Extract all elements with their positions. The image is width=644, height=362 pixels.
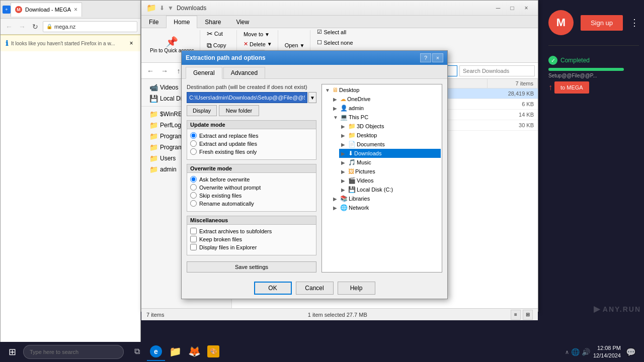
clock-date: 12/14/2024	[593, 352, 621, 359]
completed-check-icon: ✓	[548, 56, 557, 65]
tree-folder-icon: ⬇	[348, 150, 353, 157]
taskbar-app-taskview[interactable]: ⧉	[128, 343, 146, 361]
dest-path-input[interactable]	[187, 92, 307, 103]
misc-section: Miscellaneous Extract archives to subfol…	[187, 216, 316, 255]
tree-folder-icon: 🎬	[348, 177, 356, 184]
tree-item-pictures[interactable]: ▶ 🖼 Pictures	[339, 167, 441, 176]
completed-badge: ✓ Completed	[548, 56, 639, 65]
dialog-tab-general[interactable]: General	[186, 67, 222, 79]
dialog-tab-advanced[interactable]: Advanced	[223, 67, 265, 78]
new-folder-btn[interactable]: New folder	[219, 105, 259, 116]
clock-time: 12:08 PM	[593, 344, 621, 352]
tree-expand-icon: ▶	[341, 169, 347, 174]
overwrite-without[interactable]: Overwrite without prompt	[190, 184, 313, 191]
tree-expand-icon: ▶	[341, 187, 347, 193]
overwrite-radio-2[interactable]	[190, 184, 197, 191]
tree-item-libraries[interactable]: ▶ 📚 Libraries	[331, 194, 441, 203]
ok-btn[interactable]: OK	[254, 282, 292, 295]
tree-label: Pictures	[355, 168, 375, 174]
update-radio-3[interactable]	[190, 148, 197, 155]
misc-checkbox-1[interactable]	[190, 228, 197, 234]
tree-item-desktop[interactable]: ▼ 🖥 Desktop	[323, 85, 441, 95]
misc-subfolders[interactable]: Extract archives to subfolders	[190, 228, 313, 234]
tree-item-network[interactable]: ▶ 🌐 Network	[331, 203, 441, 212]
tree-item-desktop2[interactable]: ▶ 📁 Desktop	[339, 131, 441, 140]
tree-label: Downloads	[354, 150, 381, 156]
update-label-2: Extract and update files	[199, 141, 257, 147]
taskbar-app-colorapp[interactable]: 🎨	[204, 343, 222, 361]
clock[interactable]: 12:08 PM 12/14/2024	[593, 344, 621, 360]
dialog-tree-panel: ▼ 🖥 Desktop ▶ ☁ OneDrive ▶	[321, 84, 442, 273]
tree-item-3d[interactable]: ▶ 📁 3D Objects	[339, 122, 441, 131]
overwrite-skip[interactable]: Skip existing files	[190, 192, 313, 199]
dialog-left-panel: Destination path (will be created if doe…	[187, 84, 316, 273]
mega-divider	[548, 45, 639, 46]
completed-text: Completed	[560, 57, 590, 64]
tray-expand[interactable]: ∧	[565, 349, 569, 355]
tree-item-documents[interactable]: ▶ 📄 Documents	[339, 140, 441, 149]
to-mega-btn[interactable]: to MEGA	[554, 81, 589, 94]
tree-item-this-pc[interactable]: ▼ 💻 This PC	[331, 113, 441, 122]
tree-folder-icon: 💻	[340, 114, 348, 121]
tree-label: admin	[349, 105, 364, 111]
tree-expand-icon: ▶	[333, 106, 339, 111]
misc-display-explorer[interactable]: Display files in Explorer	[190, 244, 313, 250]
firefox-icon: 🦊	[188, 345, 201, 357]
update-fresh-only[interactable]: Fresh existing files only	[190, 148, 313, 155]
taskbar-search[interactable]	[23, 345, 124, 359]
cancel-btn[interactable]: Cancel	[296, 282, 334, 295]
dest-action-btns: Display New folder	[187, 105, 316, 116]
overwrite-radio-3[interactable]	[190, 192, 197, 199]
taskbar-app-firefox[interactable]: 🦊	[185, 343, 203, 361]
path-dropdown-btn[interactable]: ▼	[308, 92, 316, 103]
update-radio-1[interactable]	[190, 132, 197, 139]
tree-item-local-disk[interactable]: ▶ 💾 Local Disk (C:)	[339, 185, 441, 194]
tree-item-downloads[interactable]: ▶ ⬇ Downloads	[339, 149, 441, 158]
misc-label-3: Display files in Explorer	[199, 244, 257, 250]
save-settings-btn[interactable]: Save settings	[187, 261, 316, 273]
tree-folder-icon: 🖼	[348, 168, 354, 175]
tree-item-videos[interactable]: ▶ 🎬 Videos	[339, 176, 441, 185]
tree-item-onedrive[interactable]: ▶ ☁ OneDrive	[331, 95, 441, 104]
tree-folder-icon: 📁	[348, 123, 356, 130]
update-radio-2[interactable]	[190, 140, 197, 147]
anyrun-play-icon: ▶	[594, 304, 601, 314]
tray-network-icon: 🌐	[571, 348, 580, 356]
tree-expand-icon: ▶	[333, 196, 339, 202]
tree-folder-icon: 📚	[340, 195, 348, 202]
taskbar-app-explorer[interactable]: 📁	[166, 343, 184, 361]
tree-expand-icon: ▶	[341, 133, 347, 138]
system-tray: ∧ 🌐 🔊	[565, 348, 590, 356]
overwrite-radio-1[interactable]	[190, 176, 197, 183]
path-row: ▼	[187, 92, 316, 103]
misc-checkbox-3[interactable]	[190, 244, 197, 250]
overwrite-radio-4[interactable]	[190, 200, 197, 207]
anyrun-text: ANY.RUN	[603, 305, 641, 313]
notification-btn[interactable]: 💬	[624, 345, 638, 359]
tree-expand-icon: ▶	[333, 205, 339, 211]
misc-checkbox-2[interactable]	[190, 236, 197, 242]
dialog-help-btn[interactable]: ?	[420, 53, 431, 62]
tree-label: OneDrive	[347, 96, 370, 102]
mega-sidebar: M Sign up ⋮ ✓ Completed Setup@@File@@P..…	[543, 0, 644, 312]
dialog-close-btn[interactable]: ×	[432, 53, 443, 62]
overwrite-ask[interactable]: Ask before overwrite	[190, 176, 313, 183]
mega-menu-btn[interactable]: ⋮	[630, 17, 639, 28]
mega-upload-area: ✓ Completed Setup@@File@@P... ↑ to MEGA	[548, 56, 639, 94]
tree-expand-icon: ▶	[341, 151, 347, 156]
overwrite-rename[interactable]: Rename automatically	[190, 200, 313, 207]
update-extract-replace[interactable]: Extract and replace files	[190, 132, 313, 139]
misc-keep-broken[interactable]: Keep broken files	[190, 236, 313, 242]
help-btn[interactable]: Help	[338, 282, 375, 295]
update-extract-update[interactable]: Extract and update files	[190, 140, 313, 147]
tree-item-admin[interactable]: ▶ 👤 admin	[331, 104, 441, 113]
overwrite-label-2: Overwrite without prompt	[199, 185, 261, 191]
tree-item-music[interactable]: ▶ 🎵 Music	[339, 158, 441, 167]
taskbar-app-edge[interactable]: e	[147, 343, 165, 361]
start-btn[interactable]: ⊞	[2, 343, 22, 361]
overwrite-mode-content: Ask before overwrite Overwrite without p…	[187, 173, 316, 211]
overwrite-label-4: Rename automatically	[199, 201, 254, 207]
dialog-tabs: General Advanced	[182, 65, 447, 79]
signup-btn[interactable]: Sign up	[581, 15, 623, 31]
display-btn[interactable]: Display	[187, 105, 217, 116]
